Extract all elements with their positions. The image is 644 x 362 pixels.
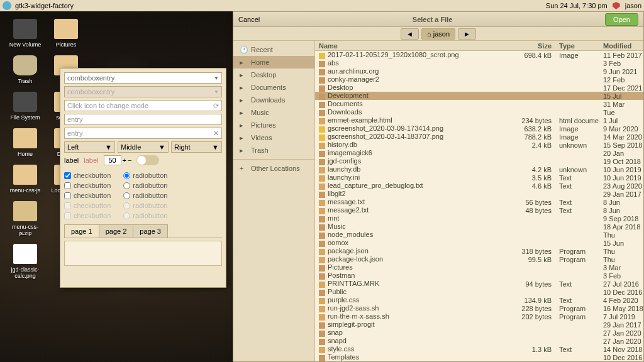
file-row[interactable]: 2017-02-11-205129_1920x1080_scrot.png698… bbox=[315, 51, 643, 59]
open-button[interactable]: Open bbox=[605, 13, 638, 26]
radios-0[interactable]: radiobutton bbox=[123, 172, 167, 179]
dialog-title: Select a File bbox=[260, 16, 605, 23]
file-row[interactable]: Pictures3 Mar bbox=[315, 263, 643, 272]
tab-page2[interactable]: page 2 bbox=[99, 224, 134, 238]
cancel-button[interactable]: Cancel bbox=[238, 16, 260, 23]
file-row[interactable]: launchy.db4.2 kBunknown10 Jun 2019 bbox=[315, 165, 643, 173]
app-title: gtk3-widget-factory bbox=[15, 2, 74, 9]
path-fwd[interactable]: ► bbox=[458, 28, 476, 40]
radios-4: radiobutton bbox=[123, 212, 167, 219]
desktop-icon[interactable]: Home bbox=[6, 128, 44, 157]
file-row[interactable]: DownloadsTue bbox=[315, 108, 643, 116]
file-row[interactable]: purple.css134.9 kBText4 Feb 2020 bbox=[315, 296, 643, 304]
combo-2: comboboxentry▼ bbox=[64, 86, 222, 97]
file-row[interactable]: gscreenshot_2020-03-09-173414.png638.2 k… bbox=[315, 124, 643, 133]
desktop-icon[interactable]: Trash bbox=[6, 55, 44, 84]
sidebar-recent[interactable]: 🕐Recent bbox=[233, 43, 314, 56]
sidebar-item[interactable]: ▸Downloads bbox=[233, 94, 314, 106]
file-row[interactable]: lead_capture_pro_debuglog.txt4.6 kBText2… bbox=[315, 182, 643, 190]
desktop-icon[interactable]: menu-css-js.zip bbox=[6, 201, 44, 236]
file-row[interactable]: Public10 Dec 2016 bbox=[315, 288, 643, 296]
desktop-icon[interactable]: New Volume bbox=[6, 19, 44, 48]
sidebar-item[interactable]: ▸Documents bbox=[233, 81, 314, 94]
radios-2[interactable]: radiobutton bbox=[123, 192, 167, 199]
widget-factory-window: comboboxentry▼ comboboxentry▼ Click icon… bbox=[60, 68, 226, 288]
combo-1[interactable]: comboboxentry▼ bbox=[64, 72, 222, 84]
file-row[interactable]: Postman3 Feb bbox=[315, 272, 643, 280]
checks-4: checkbutton bbox=[64, 212, 111, 219]
file-row[interactable]: message.txt56 bytesText8 Jun bbox=[315, 198, 643, 206]
file-row[interactable]: PRINTTAG.MRK94 bytesText27 Jul 2016 bbox=[315, 280, 643, 288]
file-row[interactable]: gscreenshot_2020-03-14-183707.png788.2 k… bbox=[315, 133, 643, 141]
sidebar-other[interactable]: +Other Locations bbox=[233, 162, 314, 175]
file-row[interactable]: oomox15 Jun bbox=[315, 239, 643, 247]
file-row[interactable]: run-jgd2-sass.sh228 bytesProgram16 May 2… bbox=[315, 304, 643, 312]
label-2: label bbox=[84, 156, 98, 164]
desktop-icon[interactable]: File System bbox=[6, 92, 44, 121]
sidebar-item[interactable]: ▸Desktop bbox=[233, 69, 314, 81]
file-row[interactable]: conky-manager212 Feb bbox=[315, 75, 643, 84]
file-row[interactable]: package-lock.json99.5 kBProgramThu bbox=[315, 255, 643, 263]
file-row[interactable]: snap27 Jan 2020 bbox=[315, 329, 643, 337]
file-row[interactable]: Documents31 Mar bbox=[315, 100, 643, 108]
checks-3: checkbutton bbox=[64, 202, 111, 209]
file-row[interactable]: mnt9 Sep 2018 bbox=[315, 214, 643, 222]
sidebar-item[interactable]: ▸Videos bbox=[233, 131, 314, 144]
file-row[interactable]: libgit229 Jan 2017 bbox=[315, 190, 643, 198]
file-row[interactable]: aur.archlinux.org9 Jun 2021 bbox=[315, 67, 643, 75]
icon-entry[interactable]: Click icon to change mode⟳ bbox=[64, 100, 222, 111]
shield-icon[interactable] bbox=[613, 2, 620, 9]
entry-1[interactable]: entry bbox=[64, 114, 222, 125]
menu-icon[interactable] bbox=[3, 1, 11, 10]
file-row[interactable]: Music18 Apr 2018 bbox=[315, 222, 643, 231]
checks-2[interactable]: checkbutton bbox=[64, 192, 111, 199]
file-row[interactable]: message2.txt48 bytesText8 Jun bbox=[315, 206, 643, 214]
seg-right[interactable]: Right▼ bbox=[171, 141, 222, 153]
file-row[interactable]: snapd27 Jan 2020 bbox=[315, 337, 643, 345]
file-row[interactable]: emmet-example.html234 byteshtml document… bbox=[315, 116, 643, 124]
user-label[interactable]: jason bbox=[625, 2, 641, 9]
sidebar-item[interactable]: ▸Pictures bbox=[233, 119, 314, 131]
file-row[interactable]: abs3 Feb bbox=[315, 59, 643, 67]
radios-1[interactable]: radiobutton bbox=[123, 182, 167, 189]
desktop-icon[interactable]: menu-css-js bbox=[6, 165, 44, 194]
sidebar-item[interactable]: ▸Trash bbox=[233, 144, 314, 156]
file-row[interactable]: launchy.ini3.5 kBText10 Jun 2019 bbox=[315, 173, 643, 182]
seg-left[interactable]: Left▼ bbox=[64, 141, 115, 153]
path-back[interactable]: ◄ bbox=[401, 28, 419, 40]
sidebar-item[interactable]: ▸Home bbox=[233, 56, 314, 69]
checks-1[interactable]: checkbutton bbox=[64, 182, 111, 189]
desktop-icon[interactable]: Pictures bbox=[47, 19, 85, 48]
seg-mid[interactable]: Middle▼ bbox=[118, 141, 169, 153]
radios-3: radiobutton bbox=[123, 202, 167, 209]
file-row[interactable]: history.db2.4 kBunknown15 Sep 2018 bbox=[315, 141, 643, 149]
file-row[interactable]: style.css1.3 kBText14 Nov 2018 bbox=[315, 345, 643, 353]
clock[interactable]: Sun 24 Jul, 7:30 pm bbox=[546, 2, 608, 9]
desktop-icon[interactable]: jgd-classic-calc.png bbox=[6, 244, 44, 279]
path-home[interactable]: ⌂ jason bbox=[421, 28, 455, 40]
entry-2[interactable]: entry✕ bbox=[64, 128, 222, 139]
file-row[interactable]: run-the-m-x-sass.sh202 bytesProgram7 Jul… bbox=[315, 312, 643, 321]
switch[interactable] bbox=[136, 155, 159, 165]
file-row[interactable]: simplegit-progit29 Jan 2017 bbox=[315, 321, 643, 329]
tab-page1[interactable]: page 1 bbox=[64, 224, 99, 238]
file-row[interactable]: Development15 Jul bbox=[315, 92, 643, 100]
sidebar-item[interactable]: ▸Music bbox=[233, 106, 314, 119]
file-row[interactable]: package.json318 bytesProgramThu bbox=[315, 247, 643, 255]
file-row[interactable]: Desktop17 Dec 2021 bbox=[315, 84, 643, 92]
tab-page3[interactable]: page 3 bbox=[133, 224, 168, 238]
file-row[interactable]: node_modulesThu bbox=[315, 231, 643, 239]
file-dialog: Cancel Select a File Open ◄ ⌂ jason ► 🕐R… bbox=[233, 11, 644, 362]
file-row[interactable]: imagemagick620 Jan bbox=[315, 149, 643, 157]
top-panel: gtk3-widget-factory Sun 24 Jul, 7:30 pm … bbox=[0, 0, 644, 11]
file-row[interactable]: Templates10 Dec 2016 bbox=[315, 353, 643, 361]
label-1: label bbox=[64, 156, 79, 164]
checks-0[interactable]: checkbutton bbox=[64, 172, 111, 179]
file-header[interactable]: Name Size Type Modified bbox=[315, 41, 643, 51]
spin-button[interactable]: +− bbox=[104, 155, 132, 165]
file-row[interactable]: jgd-configs19 Oct 2018 bbox=[315, 157, 643, 165]
